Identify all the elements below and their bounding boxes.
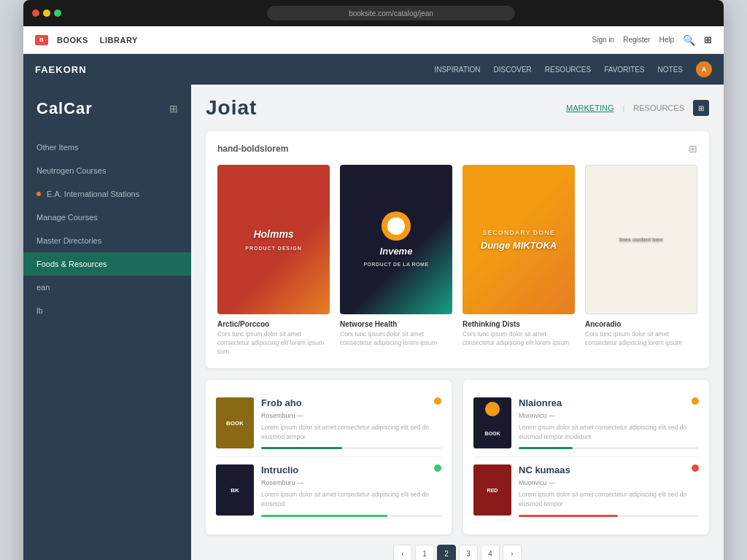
sidebar-item-1[interactable]: Neutrogen Courses	[23, 159, 191, 182]
pagination: ‹ 1 2 3 4 ›	[206, 534, 709, 560]
nav-bar-2-links: INSPIRATION DISCOVER RESOURCES FAVORITES…	[434, 61, 712, 77]
section1-header: hand-boldslorem ⊞	[217, 143, 697, 155]
nav-bar-2: FAEKORN INSPIRATION DISCOVER RESOURCES F…	[23, 54, 724, 85]
nav-bar-1-links: BOOKS LIBRARY	[57, 36, 138, 44]
sidebar-item-7[interactable]: lb	[23, 299, 191, 322]
nav-bar-1-right: Sign in Register Help 🔍 ⊞	[592, 34, 712, 46]
lower-progress-bar-bg-3	[519, 515, 699, 517]
book-desc-3: Cors tunc ipsum dolor sit amet consectet…	[585, 330, 697, 348]
view-toggle-button[interactable]: ⊞	[693, 100, 709, 116]
sidebar-item-2[interactable]: E.A. International Stations	[23, 182, 191, 206]
book-cover-1[interactable]: Inveme PORDUCT DE LA ROME	[340, 165, 452, 314]
search-icon[interactable]: 🔍	[683, 34, 695, 46]
book-card-0: Holmms PRODUCT DESIGN Arctic/Porccoo Cor…	[217, 165, 330, 357]
page-3-button[interactable]: 3	[459, 545, 478, 560]
sidebar-item-label-2: E.A. International Stations	[47, 190, 139, 198]
lower-progress-bar-1	[261, 515, 387, 517]
lower-cover-0[interactable]: BOOK	[216, 397, 254, 448]
lower-cover-3[interactable]: RED	[473, 464, 511, 516]
book-cover-2[interactable]: SECONDARY DONE Dunge MIKTOKA	[462, 165, 575, 314]
header-divider: |	[622, 104, 624, 112]
lower-book-info-3: NC kumaas Muonvicu — Lorem ipsum dolor s…	[519, 464, 699, 516]
sidebar-item-0[interactable]: Other Items	[23, 136, 191, 159]
sign-in-link[interactable]: Sign in	[592, 36, 615, 44]
lower-book-title-1: Intruclio	[261, 464, 441, 477]
lower-progress-bar-bg-0	[261, 447, 441, 449]
address-bar[interactable]: booksite.com/catalog/jean	[267, 6, 515, 20]
book-desc-2: Cors tunc ipsum dolor sit amet consectet…	[462, 330, 575, 348]
sidebar-menu: Other Items Neutrogen Courses E.A. Inter…	[23, 130, 191, 560]
lower-book-desc-0: Lorem ipsum dolor sit amet consectetur a…	[261, 423, 441, 442]
book-cover-text-3: lines content here	[611, 227, 672, 252]
lower-progress-bar-3	[519, 515, 618, 517]
sidebar-item-label-5: Foods & Resources	[36, 260, 107, 268]
lower-progress-bar-2	[519, 447, 573, 449]
lower-cover-2[interactable]: BOOK	[473, 397, 511, 448]
book-cover-0[interactable]: Holmms PRODUCT DESIGN	[217, 165, 330, 314]
lower-list-item-3: RED NC kumaas Muonvicu — Lorem ipsum dol…	[473, 457, 699, 524]
sidebar-item-label-4: Master Directories	[36, 236, 101, 245]
next-page-button[interactable]: ›	[503, 545, 522, 560]
lower-list-item-2: BOOK Nlaionrea Muonvicu — Lorem ipsum do…	[473, 390, 699, 457]
nav-books-link[interactable]: BOOKS	[57, 36, 88, 44]
lower-card-left: BOOK Frob aho Rosemburu — Lorem ipsum do…	[206, 380, 452, 534]
sidebar-item-4[interactable]: Master Directories	[23, 229, 191, 252]
sidebar-item-5[interactable]: Foods & Resources	[23, 252, 191, 276]
marketing-link[interactable]: MARKETING	[566, 104, 614, 112]
lower-progress-bar-bg-1	[261, 515, 441, 517]
prev-page-button[interactable]: ‹	[393, 545, 412, 560]
minimize-dot[interactable]	[43, 9, 50, 17]
lower-book-info-2: Nlaionrea Muonvicu — Lorem ipsum dolor s…	[519, 397, 699, 449]
grid-icon[interactable]: ⊞	[704, 34, 712, 45]
sidebar-settings-icon[interactable]: ⊞	[169, 103, 178, 114]
logo-icon[interactable]: B	[35, 35, 48, 45]
book-title-0: Arctic/Porccoo	[217, 320, 330, 328]
book-grid: Holmms PRODUCT DESIGN Arctic/Porccoo Cor…	[217, 165, 697, 357]
sidebar-item-label-3: Manage Courses	[36, 213, 98, 222]
nav-discover-link[interactable]: DISCOVER	[494, 66, 532, 74]
sidebar-item-label-6: ean	[36, 283, 50, 292]
book-cover-text-0: Holmms PRODUCT DESIGN	[239, 222, 307, 257]
nav-notes-link[interactable]: NOTES	[658, 66, 683, 74]
lower-book-author-1: Rosemburu —	[261, 479, 441, 486]
lower-book-desc-2: Lorem ipsum dolor sit amet consectetur a…	[519, 423, 699, 442]
book-title-1: Networse Health	[340, 320, 452, 328]
nav-inspiration-link[interactable]: INSPIRATION	[434, 66, 480, 74]
section1-title: hand-boldslorem	[217, 144, 288, 154]
page-title: Joiat	[206, 96, 257, 120]
help-link[interactable]: Help	[659, 36, 674, 44]
section1-more-icon[interactable]: ⊞	[689, 143, 697, 155]
close-dot[interactable]	[32, 9, 39, 17]
lower-book-author-3: Muonvicu —	[519, 479, 699, 486]
sidebar-item-6[interactable]: ean	[23, 276, 191, 299]
lower-progress-bar-0	[261, 447, 342, 449]
sidebar: CalCar ⊞ Other Items Neutrogen Courses E…	[23, 85, 191, 560]
lower-list-item-0: BOOK Frob aho Rosemburu — Lorem ipsum do…	[216, 390, 441, 457]
sidebar-item-3[interactable]: Manage Courses	[23, 206, 191, 229]
nav-library-link[interactable]: LIBRARY	[100, 36, 138, 44]
lower-card-right: BOOK Nlaionrea Muonvicu — Lorem ipsum do…	[463, 380, 709, 534]
book-title-3: Ancoradio	[585, 320, 697, 328]
main-layout: CalCar ⊞ Other Items Neutrogen Courses E…	[23, 85, 724, 560]
book-cover-3[interactable]: lines content here	[585, 165, 697, 314]
lower-book-author-2: Muonvicu —	[519, 412, 699, 419]
book-card-3: lines content here Ancoradio Cors tunc i…	[585, 165, 697, 357]
lower-book-desc-3: Lorem ipsum dolor sit amet consectetur a…	[519, 490, 699, 509]
browser-top-bar: booksite.com/catalog/jean	[23, 0, 724, 26]
user-avatar[interactable]: A	[696, 61, 712, 77]
page-1-button[interactable]: 1	[415, 545, 434, 560]
book-title-2: Rethinking Dists	[462, 320, 575, 328]
nav-favorites-link[interactable]: FAVORITES	[604, 66, 644, 74]
sidebar-title: CalCar	[36, 99, 93, 118]
status-dot-0	[434, 397, 441, 405]
nav-resources-link[interactable]: RESOURCES	[545, 66, 591, 74]
maximize-dot[interactable]	[54, 9, 61, 17]
register-link[interactable]: Register	[623, 36, 650, 44]
page-4-button[interactable]: 4	[481, 545, 500, 560]
resources-link[interactable]: RESOURCES	[633, 104, 684, 112]
content-header: Joiat MARKETING | RESOURCES ⊞	[206, 96, 709, 120]
page-2-button[interactable]: 2	[437, 545, 456, 560]
sidebar-header: CalCar ⊞	[23, 85, 191, 130]
lower-cover-1[interactable]: BK	[216, 464, 254, 516]
status-dot-2	[692, 397, 699, 405]
